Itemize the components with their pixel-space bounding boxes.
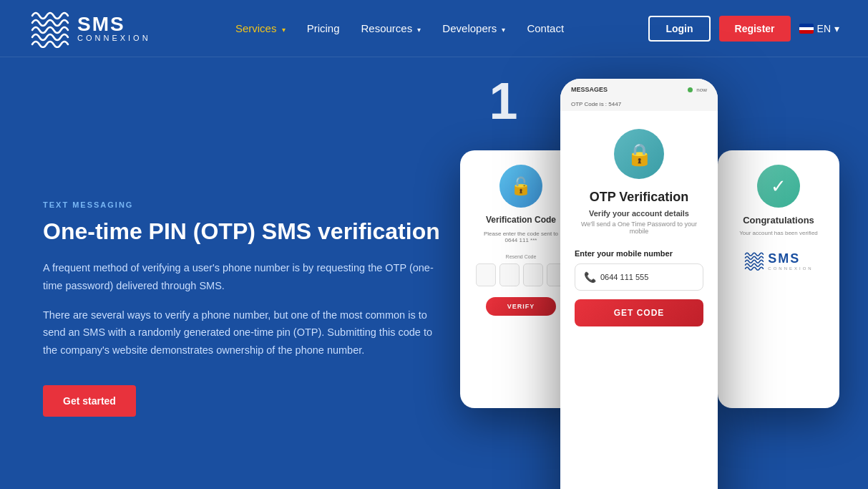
services-arrow: ▾ xyxy=(282,26,286,34)
check-icon: ✓ xyxy=(771,175,786,198)
nav-links: Services ▾ Pricing Resources ▾ Developer… xyxy=(235,22,564,35)
right-logo-sms: SMS xyxy=(768,251,813,266)
get-code-button[interactable]: GET CODE xyxy=(575,299,703,326)
otp-box-2[interactable] xyxy=(499,263,520,286)
otp-input-boxes xyxy=(476,263,567,286)
sms-connexion-logo-small: SMS CONNEXION xyxy=(743,251,813,271)
mobile-number-label: Enter your mobile number xyxy=(575,249,673,258)
pricing-link[interactable]: Pricing xyxy=(307,22,340,34)
hero-desc-1: A frequent method of verifying a user's … xyxy=(43,259,444,294)
lock-icon: 🔒 xyxy=(626,142,653,167)
lock-icon-circle: 🔒 xyxy=(614,129,664,179)
unlock-icon: 🔓 xyxy=(510,176,532,196)
hero-desc-2: There are several ways to verify a phone… xyxy=(43,306,444,359)
phone-right: ✓ Congratulations Your account has been … xyxy=(718,150,839,408)
resources-arrow: ▾ xyxy=(417,26,421,34)
otp-box-3[interactable] xyxy=(523,263,543,286)
sms-logo-row: SMS CONNEXION xyxy=(743,251,813,271)
otp-detail-text: We'll send a One Time Password to your m… xyxy=(575,221,703,235)
nav-item-pricing[interactable]: Pricing xyxy=(307,22,340,35)
nav-item-contact[interactable]: Contact xyxy=(527,22,564,35)
phone-center-top-bar: MESSAGES now xyxy=(560,79,718,97)
nav-item-services[interactable]: Services ▾ xyxy=(235,22,286,35)
get-started-button[interactable]: Get started xyxy=(43,385,136,417)
services-link[interactable]: Services ▾ xyxy=(235,22,286,34)
congratulations-title: Congratulations xyxy=(743,215,814,226)
phone-emoji-icon: 📞 xyxy=(584,271,596,283)
now-indicator: now xyxy=(688,87,707,93)
nav-item-developers[interactable]: Developers ▾ xyxy=(442,22,505,35)
logo-sms: SMS xyxy=(77,14,151,34)
now-label: now xyxy=(696,87,707,93)
hero-title: One-time PIN (OTP) SMS verification xyxy=(43,218,444,245)
hero-tag: TEXT MESSAGING xyxy=(43,200,444,209)
check-icon-circle: ✓ xyxy=(757,165,800,208)
navbar: SMS CONNEXION Services ▾ Pricing Resourc… xyxy=(0,0,868,57)
hero-content: TEXT MESSAGING One-time PIN (OTP) SMS ve… xyxy=(43,86,444,417)
contact-link[interactable]: Contact xyxy=(527,22,564,34)
logo-connexion: CONNEXION xyxy=(77,34,151,42)
otp-box-1[interactable] xyxy=(476,263,496,286)
nav-actions: Login Register EN ▾ xyxy=(648,16,839,42)
lang-label: EN xyxy=(817,23,831,34)
verify-button[interactable]: VERIFY xyxy=(486,297,557,316)
hero-section: 1 TEXT MESSAGING One-time PIN (OTP) SMS … xyxy=(0,57,868,489)
phone-number-value: 0644 111 555 xyxy=(600,273,648,281)
phone-center: MESSAGES now OTP Code is : 5447 🔒 OTP Ve… xyxy=(560,79,718,489)
logo[interactable]: SMS CONNEXION xyxy=(29,9,151,48)
developers-link[interactable]: Developers ▾ xyxy=(442,22,505,34)
language-selector[interactable]: EN ▾ xyxy=(799,23,839,34)
unlock-icon-circle: 🔓 xyxy=(499,165,542,208)
nav-item-resources[interactable]: Resources ▾ xyxy=(361,22,421,35)
lang-arrow: ▾ xyxy=(834,23,839,34)
mobile-input-field[interactable]: 📞 0644 111 555 xyxy=(575,263,703,291)
otp-sms-message: OTP Code is : 5447 xyxy=(560,97,718,111)
resend-code-label: Resend Code xyxy=(506,254,537,259)
verification-code-title: Verification Code xyxy=(486,215,556,225)
phone-right-content: ✓ Congratulations Your account has been … xyxy=(718,150,839,408)
login-button[interactable]: Login xyxy=(648,16,710,42)
flag-icon xyxy=(799,24,814,34)
verification-code-subtitle: Please enter the code sent to0644 111 **… xyxy=(484,231,558,243)
logo-text: SMS CONNEXION xyxy=(77,14,151,42)
messages-label: MESSAGES xyxy=(571,86,608,93)
phone-mockups-area: 🔓 Verification Code Please enter the cod… xyxy=(460,79,839,489)
green-dot xyxy=(688,87,693,92)
resources-link[interactable]: Resources ▾ xyxy=(361,22,421,34)
developers-arrow: ▾ xyxy=(502,26,505,34)
register-button[interactable]: Register xyxy=(719,16,791,42)
account-verified-text: Your account has been verified xyxy=(739,230,818,236)
phone-center-body: 🔒 OTP Verification Verify your account d… xyxy=(560,111,718,341)
otp-main-title: OTP Verification xyxy=(590,190,689,205)
right-logo-connexion: CONNEXION xyxy=(768,266,813,271)
verify-account-label: Verify your account details xyxy=(589,209,689,218)
